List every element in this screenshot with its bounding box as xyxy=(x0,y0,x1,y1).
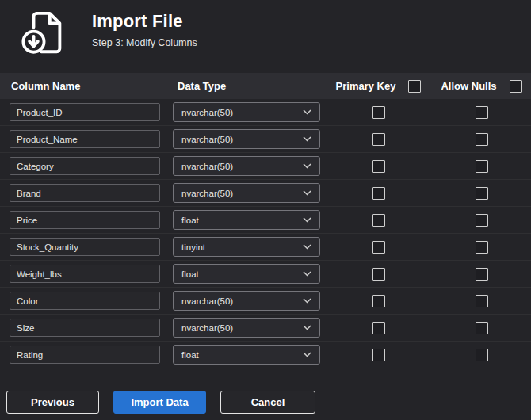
column-name-cell xyxy=(0,211,166,229)
primary-key-checkbox[interactable] xyxy=(372,241,385,254)
column-name-cell xyxy=(0,103,166,121)
column-name-input[interactable] xyxy=(10,157,160,175)
column-name-input[interactable] xyxy=(10,211,160,229)
chevron-down-icon xyxy=(303,163,311,169)
data-type-cell: nvarchar(50) xyxy=(166,318,325,338)
data-type-dropdown[interactable]: nvarchar(50) xyxy=(173,129,320,149)
data-type-cell: float xyxy=(166,345,325,365)
data-type-dropdown[interactable]: float xyxy=(173,210,320,230)
data-type-value: nvarchar(50) xyxy=(181,296,233,306)
data-type-value: float xyxy=(181,269,199,279)
column-name-input[interactable] xyxy=(10,292,160,310)
data-type-value: float xyxy=(181,350,199,360)
column-name-input[interactable] xyxy=(10,238,160,256)
table-row: nvarchar(50) xyxy=(0,180,531,207)
column-name-cell xyxy=(0,292,166,310)
import-file-icon xyxy=(21,10,70,57)
primary-key-cell xyxy=(325,214,432,227)
chevron-down-icon xyxy=(303,217,311,223)
primary-key-checkbox[interactable] xyxy=(372,268,385,281)
data-type-value: nvarchar(50) xyxy=(181,323,233,333)
dialog-header: Import File Step 3: Modify Columns xyxy=(0,0,531,73)
data-type-dropdown[interactable]: float xyxy=(173,264,320,284)
step-subtitle: Step 3: Modify Columns xyxy=(92,37,197,48)
primary-key-checkbox[interactable] xyxy=(372,187,385,200)
column-name-input[interactable] xyxy=(10,184,160,202)
primary-key-checkbox[interactable] xyxy=(372,295,385,307)
table-row: nvarchar(50) xyxy=(0,153,531,180)
column-name-input[interactable] xyxy=(10,130,160,148)
table-row: nvarchar(50) xyxy=(0,99,531,126)
allow-nulls-cell xyxy=(432,322,531,334)
data-type-value: nvarchar(50) xyxy=(181,135,233,144)
chevron-down-icon xyxy=(303,190,311,196)
data-type-dropdown[interactable]: nvarchar(50) xyxy=(173,183,320,203)
allow-nulls-header: Allow Nulls xyxy=(432,80,531,93)
primary-key-cell xyxy=(325,106,432,119)
chevron-down-icon xyxy=(303,325,311,330)
column-name-input[interactable] xyxy=(10,319,160,337)
cancel-button[interactable]: Cancel xyxy=(220,391,315,414)
allow-nulls-cell xyxy=(432,133,531,146)
primary-key-checkbox[interactable] xyxy=(372,133,385,146)
column-name-cell xyxy=(0,184,166,202)
chevron-down-icon xyxy=(303,136,311,142)
primary-key-checkbox[interactable] xyxy=(372,160,385,173)
table-row: nvarchar(50) xyxy=(0,315,531,342)
data-type-value: tinyint xyxy=(181,242,205,252)
data-type-value: float xyxy=(181,216,199,225)
primary-key-checkbox[interactable] xyxy=(372,349,385,361)
column-name-input[interactable] xyxy=(10,265,160,283)
table-row: nvarchar(50) xyxy=(0,288,531,315)
column-name-cell xyxy=(0,238,166,256)
data-type-header: Data Type xyxy=(166,80,325,92)
primary-key-select-all-checkbox[interactable] xyxy=(408,80,421,93)
allow-nulls-checkbox[interactable] xyxy=(476,322,488,334)
chevron-down-icon xyxy=(303,271,311,277)
column-name-cell xyxy=(0,346,166,364)
data-type-dropdown[interactable]: float xyxy=(173,345,320,365)
primary-key-cell xyxy=(325,187,432,200)
column-name-input[interactable] xyxy=(10,346,160,364)
allow-nulls-cell xyxy=(432,214,531,227)
data-type-cell: tinyint xyxy=(166,237,325,257)
primary-key-cell xyxy=(325,322,432,334)
allow-nulls-checkbox[interactable] xyxy=(476,349,488,361)
column-name-input[interactable] xyxy=(10,103,160,121)
allow-nulls-checkbox[interactable] xyxy=(476,160,488,173)
allow-nulls-checkbox[interactable] xyxy=(476,268,488,281)
data-type-cell: nvarchar(50) xyxy=(166,291,325,311)
data-type-cell: float xyxy=(166,264,325,284)
column-name-header: Column Name xyxy=(0,80,166,92)
allow-nulls-checkbox[interactable] xyxy=(476,187,488,200)
allow-nulls-checkbox[interactable] xyxy=(476,241,488,254)
table-row: float xyxy=(0,261,531,288)
import-data-button[interactable]: Import Data xyxy=(113,391,206,414)
data-type-dropdown[interactable]: tinyint xyxy=(173,237,320,257)
allow-nulls-checkbox[interactable] xyxy=(476,133,488,146)
allow-nulls-select-all-checkbox[interactable] xyxy=(510,80,522,93)
primary-key-checkbox[interactable] xyxy=(372,322,385,334)
chevron-down-icon xyxy=(303,244,311,250)
allow-nulls-header-label: Allow Nulls xyxy=(441,80,496,92)
primary-key-checkbox[interactable] xyxy=(372,106,385,119)
allow-nulls-checkbox[interactable] xyxy=(476,295,488,307)
chevron-down-icon xyxy=(303,109,311,115)
data-type-cell: nvarchar(50) xyxy=(166,102,325,122)
allow-nulls-checkbox[interactable] xyxy=(476,214,488,227)
allow-nulls-cell xyxy=(432,241,531,254)
primary-key-cell xyxy=(325,133,432,146)
primary-key-checkbox[interactable] xyxy=(372,214,385,227)
allow-nulls-cell xyxy=(432,349,531,361)
data-type-dropdown[interactable]: nvarchar(50) xyxy=(173,102,320,122)
chevron-down-icon xyxy=(303,352,311,357)
allow-nulls-checkbox[interactable] xyxy=(476,106,488,119)
allow-nulls-cell xyxy=(432,106,531,119)
data-type-dropdown[interactable]: nvarchar(50) xyxy=(173,318,320,338)
data-type-dropdown[interactable]: nvarchar(50) xyxy=(173,291,320,311)
data-type-dropdown[interactable]: nvarchar(50) xyxy=(173,156,320,176)
data-type-cell: float xyxy=(166,210,325,230)
previous-button[interactable]: Previous xyxy=(6,391,99,414)
data-type-cell: nvarchar(50) xyxy=(166,156,325,176)
allow-nulls-cell xyxy=(432,187,531,200)
